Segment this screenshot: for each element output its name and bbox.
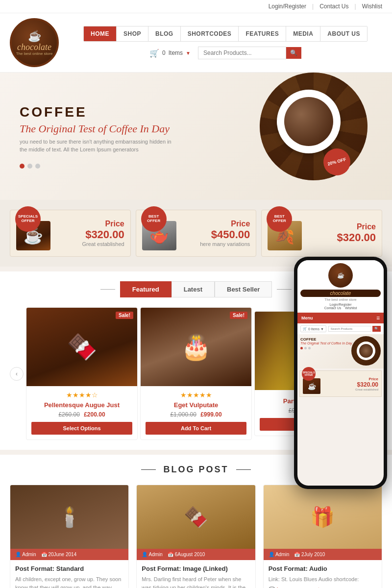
blog-img-icon-1: 🕯️ — [57, 506, 82, 529]
phone-tagline: The best online store — [300, 298, 381, 301]
blog-meta-2: 👤 Admin 📅 6August 2010 — [137, 549, 255, 560]
tab-featured[interactable]: Featured — [120, 281, 172, 297]
nav-area: HOME SHOP BLOG SHORTCODES FEATURES MEDIA… — [69, 26, 382, 59]
divider2: | — [355, 3, 356, 10]
blog-meta-1: 👤 Admin 📅 20June 2014 — [10, 549, 128, 560]
phone-cart-icon: 🛒 — [303, 327, 307, 331]
hero-dot-2[interactable] — [27, 164, 32, 169]
blog-content-2: Post Format: Image (Linked) Mrs. Darling… — [137, 560, 255, 588]
phone-offer-cup: ☕ — [308, 382, 316, 390]
blog-post-title-2: Post Format: Image (Linked) — [142, 565, 250, 572]
logo-tagline: The best online store — [16, 51, 53, 56]
old-price-1: £260.00 — [58, 411, 79, 418]
phone-cart: 🛒 0 Items ▼ — [300, 325, 326, 332]
offer-info-1: Price $320.00 Great established — [55, 220, 124, 247]
nav-features[interactable]: FEATURES — [239, 26, 286, 41]
offer-card-3: BESTOFFER 🍂 Price $320.00 — [261, 210, 382, 257]
tab-latest[interactable]: Latest — [172, 281, 215, 297]
phone-hero: COFFEE The Original Test of Coffee In Da… — [297, 334, 384, 368]
cart-icon: 🛒 — [149, 49, 159, 58]
blog-author-1: 👤 Admin — [15, 552, 36, 557]
stars-2: ★★★★★ — [146, 391, 246, 399]
product-price-2: £1,000.00 £999.00 — [146, 411, 246, 418]
blog-content-1: Post Format: Standard All children, exce… — [10, 560, 128, 588]
phone-screen: ☕ chocolate The best online store Login/… — [297, 260, 384, 486]
phone-cart-text: 0 Items ▼ — [308, 327, 324, 331]
nav-shortcodes[interactable]: SHORTCODES — [181, 26, 239, 41]
search-input[interactable] — [198, 47, 286, 59]
offer-badge-1: SPECIALSOFFER — [15, 206, 41, 232]
nav-blog[interactable]: BLOG — [148, 26, 181, 41]
wishlist-link[interactable]: Wishlist — [362, 3, 382, 10]
phone-hamburger-icon: ≡ — [376, 315, 380, 321]
blog-excerpt-1: All children, except one, grow up. They … — [15, 575, 123, 588]
price-value-3: $320.00 — [307, 231, 376, 244]
header: ☕ chocolate The best online store HOME S… — [0, 13, 392, 73]
product-name-2: Eget Vulputate — [146, 401, 246, 409]
phone-links: Contact Us Wishlist — [300, 306, 381, 310]
nav-about[interactable]: ABOUT US — [320, 26, 367, 41]
add-to-cart-button-1[interactable]: Add To Cart — [146, 422, 246, 435]
phone-offer: SPECIALS OFFER ☕ Price $320.00 Great est… — [299, 370, 382, 397]
phone-brand: chocolate — [300, 290, 381, 297]
hero-description: you need to be sure there isn't anything… — [20, 138, 176, 154]
cart-button[interactable]: 🛒 0 Items ▼ — [149, 49, 191, 58]
offer-desc-2: here many variations — [181, 241, 250, 247]
cart-count: 0 — [162, 49, 166, 56]
product-image-2: 🎂 Sale! — [141, 308, 251, 386]
blog-image-1: 🕯️ — [10, 485, 128, 549]
phone-cart-search: 🛒 0 Items ▼ 🔍 — [297, 323, 384, 334]
phone-offer-badge: SPECIALS OFFER — [302, 367, 316, 381]
blog-image-3: 🎁 — [264, 485, 382, 549]
offer-desc-1: Great established — [55, 241, 124, 247]
search-button[interactable]: 🔍 — [286, 47, 301, 59]
offer-card-2: BESTOFFER 🫖 Price $450.00 here many vari… — [136, 210, 257, 257]
offer-badge-3: BESTOFFER — [267, 206, 292, 232]
offer-info-2: Price $450.00 here many variations — [181, 220, 250, 247]
phone-menu-bar: Menu ≡ — [297, 313, 384, 323]
old-price-2: £1,000.00 — [170, 411, 196, 418]
blog-card-1: 🕯️ 👤 Admin 📅 20June 2014 Post Format: St… — [10, 485, 129, 588]
hero-content: COFFEE The Original Test of Coffee In Da… — [0, 90, 196, 183]
phone-dot-active — [300, 347, 303, 349]
blog-date-3: 📅 2July 2010 — [294, 552, 325, 557]
offer-badge-2: BESTOFFER — [141, 206, 167, 232]
hero-image: 20% OFF — [255, 73, 372, 185]
blog-post-title-1: Post Format: Standard — [15, 565, 123, 572]
cart-search: 🛒 0 Items ▼ 🔍 — [69, 47, 382, 59]
new-price-1: £200.00 — [84, 411, 105, 418]
brand-name: chocolate — [17, 43, 51, 51]
new-price-2: £999.00 — [200, 411, 221, 418]
nav-media[interactable]: MEDIA — [286, 26, 320, 41]
hero-section: COFFEE The Original Test of Coffee In Da… — [0, 73, 392, 200]
phone-mockup-container: ☕ chocolate The best online store Login/… — [294, 257, 387, 489]
tab-bestseller[interactable]: Best Seller — [215, 281, 272, 297]
logo[interactable]: ☕ chocolate The best online store — [10, 18, 59, 67]
divider: | — [312, 3, 314, 10]
blog-card-2: 🍫 👤 Admin 📅 6August 2010 Post Format: Im… — [136, 485, 255, 588]
blog-comment-3[interactable]: 💬 Leave a comment — [269, 587, 377, 588]
blog-image-2: 🍫 — [137, 485, 255, 549]
price-label-3: Price — [307, 222, 376, 231]
hero-dot-3[interactable] — [35, 164, 40, 169]
nav-shop[interactable]: SHOP — [117, 26, 148, 41]
hero-dots — [20, 164, 176, 169]
phone-price: $320.00 — [322, 381, 378, 388]
blog-card-3: 🎁 👤 Admin 📅 2July 2010 Post Format: Audi… — [263, 485, 382, 588]
select-options-button[interactable]: Select Options — [31, 422, 132, 435]
sale-badge-2: Sale! — [230, 312, 247, 319]
nav-home[interactable]: HOME — [84, 26, 117, 41]
main-nav: HOME SHOP BLOG SHORTCODES FEATURES MEDIA… — [83, 26, 368, 42]
hero-dot-1[interactable] — [20, 164, 24, 169]
cup-icon: ☕ — [28, 30, 41, 43]
product-card-2: 🎂 Sale! ★★★★★ Eget Vulputate £1,000.00 £… — [140, 307, 252, 440]
cart-dropdown-icon: ▼ — [186, 50, 191, 56]
sale-badge-1: Sale! — [116, 312, 133, 319]
product-info-1: ★★★★☆ Pellentesque Augue Just £260.00 £2… — [26, 386, 137, 440]
blog-excerpt-2: Mrs. Darling first heard of Peter when s… — [142, 575, 250, 588]
product-image-1: 🍫 Sale! — [26, 308, 137, 386]
cart-items-label: Items — [169, 49, 183, 56]
prev-arrow[interactable]: ‹ — [10, 367, 24, 381]
login-register-link[interactable]: Login/Register — [269, 3, 306, 10]
contact-us-link[interactable]: Contact Us — [319, 3, 348, 10]
